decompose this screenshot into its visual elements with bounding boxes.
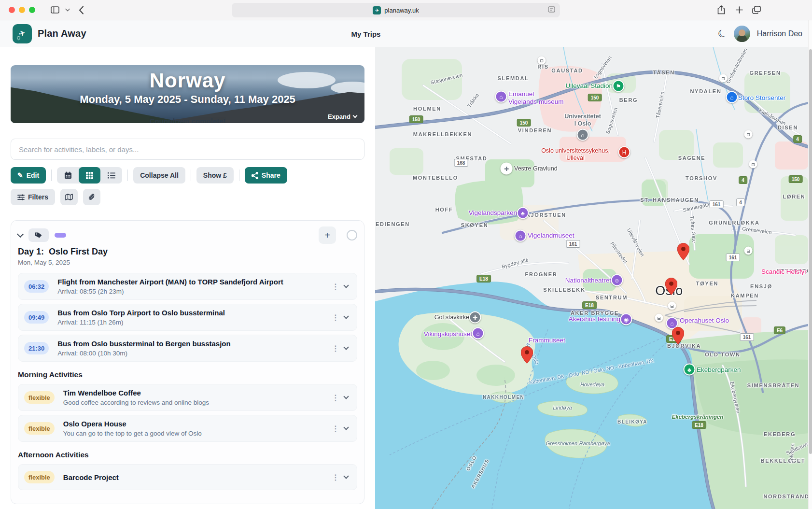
map-label: SAGENE [678, 155, 706, 161]
museum-icon[interactable]: ⌂ [515, 230, 527, 242]
cemetery-icon[interactable]: ✚ [501, 163, 513, 175]
item-expand-chevron[interactable] [343, 473, 349, 479]
route-badge: 168 [454, 159, 468, 167]
reader-view-icon[interactable] [548, 6, 555, 14]
dark-mode-toggle-icon[interactable]: ☾ [716, 27, 729, 41]
day-color-label[interactable] [55, 233, 66, 238]
transit-station-icon[interactable]: ⊟ [655, 314, 663, 322]
map-label: Frammuseet [529, 337, 565, 344]
itinerary-item[interactable]: 21:30Bus from Oslo bussterminal to Berge… [18, 335, 357, 362]
itinerary-item[interactable]: flexibleOslo Opera HouseYou can go to th… [18, 415, 357, 442]
collapse-day-chevron[interactable] [17, 230, 24, 237]
item-expand-chevron[interactable] [343, 344, 349, 350]
map-label: Bygdøy allé [501, 257, 529, 270]
calendar-view-button[interactable] [57, 167, 79, 184]
map-label: Stasjonsveien [430, 72, 463, 86]
transit-station-icon[interactable]: ⊟ [668, 302, 676, 310]
item-menu-button[interactable]: ⋮ [331, 473, 340, 482]
transit-station-icon[interactable]: ⊟ [749, 160, 757, 169]
museum-icon[interactable]: ⌂ [495, 91, 507, 103]
item-expand-chevron[interactable] [343, 283, 349, 288]
trip-dates: Monday, 5 May 2025 - Sunday, 11 May 2025 [11, 93, 364, 106]
search-input[interactable] [19, 145, 356, 154]
grid-view-button[interactable] [79, 167, 100, 184]
item-menu-button[interactable]: ⋮ [331, 424, 340, 433]
day-select-circle[interactable] [347, 230, 357, 240]
share-button[interactable]: Share [245, 167, 287, 184]
tab-overview-icon[interactable] [752, 6, 761, 14]
itinerary-item[interactable]: 09:49Bus from Oslo Torp Airport to Oslo … [18, 304, 357, 331]
transit-station-icon[interactable]: ⊟ [744, 247, 753, 255]
filters-button[interactable]: Filters [11, 189, 55, 205]
stadium-icon[interactable]: ⚑ [613, 80, 625, 92]
address-bar[interactable]: ✈ planaway.uk [232, 3, 560, 17]
trip-banner: Norway Monday, 5 May 2025 - Sunday, 11 M… [11, 65, 364, 123]
itinerary-item[interactable]: flexibleTim Wendelboe CoffeeGood coffee … [18, 384, 357, 411]
transit-station-icon[interactable]: ⊟ [538, 57, 546, 65]
expand-button[interactable]: Expand [328, 113, 357, 120]
nav-my-trips[interactable]: My Trips [351, 29, 381, 38]
map-label: Vestre Gravlund [514, 165, 558, 172]
chevron-down-icon[interactable] [65, 8, 70, 12]
map-label: DISEN [778, 125, 798, 131]
url-text: planaway.uk [384, 7, 419, 14]
transit-station-icon[interactable]: ⊟ [719, 74, 728, 83]
item-menu-button[interactable]: ⋮ [331, 313, 340, 322]
route-badge: 150 [588, 94, 602, 101]
hospital-icon[interactable]: H [618, 146, 630, 158]
item-menu-button[interactable]: ⋮ [331, 393, 340, 402]
map-label: TORSHOV [686, 175, 717, 182]
edit-button[interactable]: ✎Edit [11, 167, 46, 184]
map-panel[interactable]: GAUSTADRISSLEMDALHOLMENTÅSENNYDALENGREFS… [375, 47, 808, 509]
map-label: NORDSTRAND [763, 494, 808, 500]
day-sections: 06:32Flight from Manchester Airport (MAN… [18, 273, 357, 490]
search-box[interactable] [11, 139, 364, 160]
app-logo[interactable]: ✈ [13, 24, 32, 43]
app-header: ✈ Plan Away My Trips ☾ Harrison Deo [0, 20, 812, 47]
minimize-window-button[interactable] [19, 7, 25, 13]
show-currency-button[interactable]: Show £ [196, 167, 234, 184]
user-avatar[interactable] [734, 26, 750, 42]
attachments-button[interactable] [83, 189, 100, 205]
transit-station-icon[interactable]: ⊟ [744, 130, 753, 139]
park-icon[interactable]: ♣ [517, 207, 529, 219]
park-icon[interactable]: ♣ [684, 364, 696, 376]
list-view-button[interactable] [100, 167, 122, 184]
close-window-button[interactable] [9, 7, 15, 13]
itinerary-item[interactable]: 06:32Flight from Manchester Airport (MAN… [18, 273, 357, 300]
scrollbar-thumb[interactable] [809, 49, 812, 454]
item-menu-button[interactable]: ⋮ [331, 344, 340, 353]
church-icon[interactable]: ✚ [469, 311, 481, 324]
item-menu-button[interactable]: ⋮ [331, 282, 340, 291]
itinerary-panel: Norway Monday, 5 May 2025 - Sunday, 11 M… [0, 47, 375, 509]
new-tab-icon[interactable] [736, 6, 743, 14]
item-subtitle: Arrival: 08:00 (10h 30m) [57, 350, 331, 357]
map-label: Solveien [788, 443, 796, 464]
add-activity-button[interactable]: + [319, 226, 336, 244]
shopping-mall-icon[interactable]: ⌂ [726, 91, 738, 103]
window-controls[interactable] [0, 7, 39, 13]
section-heading: Afternoon Activities [18, 451, 357, 459]
itinerary-item[interactable]: flexibleBarcode Project⋮ [18, 464, 357, 490]
collapse-all-button[interactable]: Collapse All [133, 167, 185, 184]
camera-icon[interactable]: ◉ [620, 313, 632, 325]
user-name: Harrison Deo [757, 29, 802, 38]
sidebar-toggle-icon[interactable] [51, 6, 59, 14]
zoom-window-button[interactable] [29, 7, 35, 13]
map-view-button[interactable] [60, 189, 78, 205]
item-expand-chevron[interactable] [343, 424, 349, 430]
back-button[interactable] [79, 6, 84, 14]
university-icon[interactable]: ∩ [577, 129, 589, 141]
share-icon[interactable] [717, 5, 725, 14]
map-label: Sandstuveien [785, 437, 808, 456]
item-expand-chevron[interactable] [343, 394, 349, 399]
labels-button[interactable] [28, 228, 49, 242]
map-label: GRÜNERLØKKA [709, 220, 759, 226]
item-title: Bus from Oslo Torp Airport to Oslo busst… [57, 309, 331, 317]
page-scrollbar[interactable] [808, 20, 812, 509]
map-label: Sannergata [682, 201, 710, 213]
museum-icon[interactable]: ⌂ [472, 327, 484, 339]
item-expand-chevron[interactable] [343, 313, 349, 319]
theater-icon[interactable]: ☺ [611, 274, 623, 286]
map-label: Grenseveien [742, 226, 772, 235]
